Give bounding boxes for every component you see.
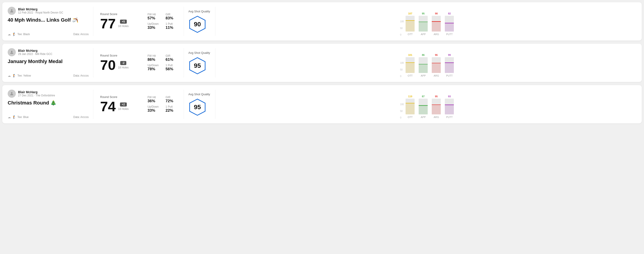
user-info: Blair McHarg 29 Jan 2022 · Mill Ride GCC (8, 48, 89, 56)
round-title: Christmas Round 🎄 (8, 100, 89, 106)
bar-group-ott: 110 OTT (406, 95, 414, 114)
fw-hit-stat: FW Hit 36% (148, 96, 161, 103)
hexagon-container: 95 (188, 57, 206, 75)
bar-fill (445, 23, 454, 31)
user-details: Blair McHarg 29 Jan 2022 · Mill Ride GCC (18, 49, 52, 56)
bar-fill (419, 64, 428, 73)
bar-fill (419, 22, 428, 31)
gir-label: GIR (166, 13, 179, 16)
stat-group-bottom: Up/Down 78% 1 Putt 56% (148, 64, 179, 71)
bar-line (419, 22, 428, 22)
bar-background (406, 99, 414, 114)
score-value: 77 (100, 17, 116, 31)
bar-background (406, 16, 414, 31)
oneputt-stat: 1 Putt 22% (166, 105, 179, 113)
gir-stat: GIR 61% (166, 54, 179, 62)
bar-value-label: 110 (408, 95, 412, 98)
avatar (8, 7, 16, 15)
hexagon: 90 (188, 15, 206, 33)
score-row: 70 -2 18 Holes (100, 58, 136, 72)
bar-line (406, 62, 414, 63)
bag-icon: 🏌 (12, 32, 16, 36)
updown-stat: Up/Down 33% (148, 22, 161, 30)
bar-line (432, 63, 441, 64)
user-name: Blair McHarg (18, 49, 52, 52)
bar-fill (419, 106, 428, 115)
bar-group-ott: 107 OTT (406, 12, 414, 31)
round-score-label: Round Score (100, 54, 136, 57)
fw-hit-value: 36% (148, 99, 155, 103)
hexagon-container: 90 (188, 15, 206, 33)
user-info: Blair McHarg 12 Feb 2022 · Royal North D… (8, 7, 89, 15)
y-axis-labels: 100 50 0 (400, 103, 404, 119)
card-footer: ☁ 🏌 Tee: Blue Data: Arccos (8, 115, 89, 119)
cloud-icon: ☁ (8, 32, 11, 36)
bar-x-label: APP (421, 33, 426, 36)
round-card: Blair McHarg 29 Jan 2022 · Mill Ride GCC… (2, 44, 642, 82)
card-footer: ☁ 🏌 Tee: Black Data: Arccos (8, 32, 89, 36)
user-date: 29 Jan 2022 · Mill Ride GCC (18, 52, 52, 56)
round-title: January Monthly Medal (8, 59, 89, 64)
score-row: 77 +5 18 Holes (100, 17, 136, 31)
bar-background (432, 16, 441, 31)
bar-fill (432, 105, 441, 114)
card-chart-section: 100 50 0 110 OTT 87 APP 95 (215, 90, 636, 119)
card-middle-section: Round Score 77 +5 18 Holes (94, 7, 143, 36)
bar-line (406, 103, 414, 104)
gir-stat: GIR 72% (166, 96, 179, 103)
avg-shot-quality-label: Avg Shot Quality (188, 10, 210, 13)
avg-shot-quality-label: Avg Shot Quality (188, 93, 210, 96)
oneputt-stat: 1 Putt 11% (166, 22, 179, 30)
holes-label: 18 Holes (118, 107, 128, 111)
bar-x-label: PUTT (446, 116, 453, 119)
oneputt-value: 11% (166, 25, 173, 30)
round-score-label: Round Score (100, 12, 136, 16)
bar-line (445, 105, 454, 105)
score-row: 74 +2 18 Holes (100, 100, 136, 114)
score-value: 74 (100, 100, 116, 114)
updown-value: 33% (148, 108, 155, 113)
score-value: 70 (100, 58, 116, 72)
fw-hit-label: FW Hit (148, 13, 161, 16)
bar-line (406, 20, 414, 21)
fw-hit-stat: FW Hit 57% (148, 13, 161, 20)
bar-group-app: 95 APP (419, 12, 428, 31)
gir-label: GIR (166, 54, 179, 57)
card-quality-section: Avg Shot Quality 95 (184, 90, 215, 119)
cloud-icon: ☁ (8, 115, 11, 119)
gir-value: 61% (166, 57, 173, 62)
bar-chart-container: 100 50 0 110 OTT 87 APP 95 (400, 90, 454, 119)
card-footer: ☁ 🏌 Tee: Yellow Data: Arccos (8, 74, 89, 77)
bar-fill (445, 105, 454, 114)
avatar (8, 90, 16, 98)
fw-hit-label: FW Hit (148, 54, 161, 57)
stat-group-top: FW Hit 57% GIR 83% (148, 13, 179, 20)
oneputt-label: 1 Putt (166, 105, 179, 108)
bar-value-label: 93 (448, 95, 451, 98)
bar-value-label: 101 (408, 54, 412, 56)
bar-background (445, 99, 454, 114)
card-middle-section: Round Score 70 -2 18 Holes (94, 48, 143, 77)
quality-score-value: 95 (194, 62, 201, 69)
bar-chart: 107 OTT 95 APP 98 ARG 82 (406, 11, 454, 36)
user-details: Blair McHarg 12 Feb 2022 · Royal North D… (18, 7, 63, 14)
bar-group-app: 87 APP (419, 95, 428, 114)
svg-point-2 (11, 51, 13, 52)
stat-group-bottom: Up/Down 33% 1 Putt 11% (148, 22, 179, 30)
stat-group-top: FW Hit 36% GIR 72% (148, 96, 179, 103)
tee-label: Tee: Black (17, 33, 30, 36)
user-details: Blair McHarg 27 Dec 2021 · The Oxfordshi… (18, 90, 55, 97)
bag-icon: 🏌 (12, 115, 16, 119)
bar-background (406, 57, 414, 73)
bar-chart-container: 100 50 0 107 OTT 95 APP 98 (400, 7, 454, 36)
bar-background (432, 99, 441, 114)
card-left-section: Blair McHarg 27 Dec 2021 · The Oxfordshi… (8, 90, 94, 119)
bar-fill (406, 63, 414, 73)
bag-icon: 🏌 (12, 74, 16, 77)
bar-group-putt: 99 PUTT (445, 54, 454, 73)
bar-x-label: PUTT (446, 74, 453, 77)
svg-point-0 (11, 9, 13, 11)
card-stats-section: FW Hit 36% GIR 72% Up/Down 33% 1 Putt (143, 90, 184, 119)
bar-background (419, 99, 428, 114)
bar-chart: 110 OTT 87 APP 95 ARG 93 (406, 94, 454, 119)
